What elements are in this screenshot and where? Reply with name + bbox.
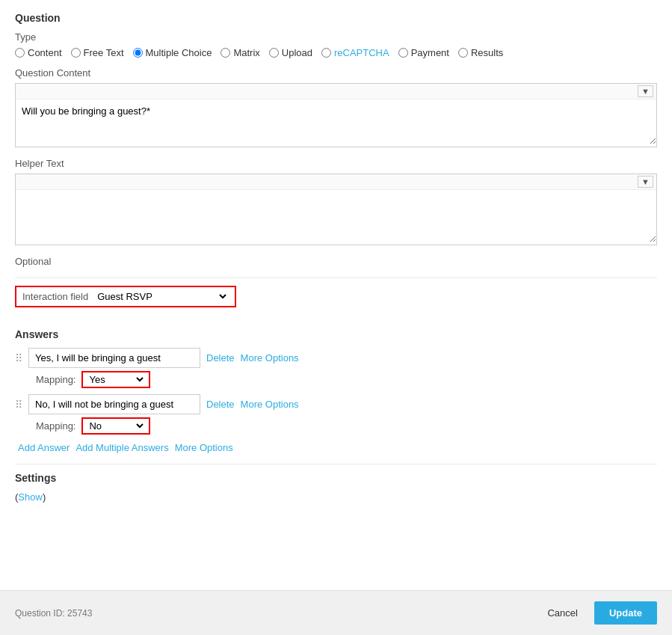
delete-answer-2[interactable]: Delete xyxy=(206,399,235,410)
question-content-toolbar-btn[interactable]: ▼ xyxy=(638,85,653,97)
question-id: Question ID: 25743 xyxy=(15,608,92,619)
helper-text-label: Helper Text xyxy=(15,158,657,169)
answers-title: Answers xyxy=(15,328,657,340)
mapping-label-1: Mapping: xyxy=(36,374,75,385)
settings-title: Settings xyxy=(15,472,657,484)
interaction-field-label: Interaction field xyxy=(22,291,88,302)
radio-upload[interactable]: Upload xyxy=(269,47,312,58)
helper-text-toolbar-btn[interactable]: ▼ xyxy=(638,176,653,188)
radio-results-input[interactable] xyxy=(458,48,468,58)
helper-text-toolbar: ▼ xyxy=(16,174,656,190)
answer-input-1[interactable] xyxy=(28,348,200,368)
divider-1 xyxy=(15,277,657,278)
question-content-wrapper: ▼ Will you be bringing a guest?* xyxy=(15,83,657,147)
radio-content-input[interactable] xyxy=(15,48,25,58)
answer-row-2: ⠿ Delete More Options xyxy=(15,394,657,414)
optional-row: Optional xyxy=(15,256,657,267)
more-options-answer-2[interactable]: More Options xyxy=(241,399,299,410)
footer-right: Cancel Update xyxy=(538,601,657,625)
answer-input-2[interactable] xyxy=(28,394,200,414)
drag-handle-1[interactable]: ⠿ xyxy=(15,352,22,364)
settings-show-link[interactable]: Show xyxy=(18,491,43,503)
radio-payment-input[interactable] xyxy=(398,48,408,58)
mapping-row-1: Mapping: Yes No Maybe xyxy=(36,371,657,388)
add-answer-link[interactable]: Add Answer xyxy=(18,442,70,453)
content-area: Question Type Content Free Text Multiple… xyxy=(0,0,672,590)
add-answers-row: Add Answer Add Multiple Answers More Opt… xyxy=(18,442,657,453)
page-wrapper: Question Type Content Free Text Multiple… xyxy=(0,0,672,635)
add-multiple-answers-link[interactable]: Add Multiple Answers xyxy=(75,442,168,453)
answer-item-2: ⠿ Delete More Options Mapping: Yes No Ma… xyxy=(15,394,657,435)
radio-free-text[interactable]: Free Text xyxy=(71,47,124,58)
update-button[interactable]: Update xyxy=(594,601,657,625)
settings-section: Settings (Show) xyxy=(15,472,657,503)
interaction-field-select[interactable]: Guest RSVP Option 2 Option 3 xyxy=(94,290,229,303)
drag-handle-2[interactable]: ⠿ xyxy=(15,399,22,411)
more-options-answer-1[interactable]: More Options xyxy=(241,352,299,363)
question-content-toolbar: ▼ xyxy=(16,84,656,99)
radio-multiple-choice[interactable]: Multiple Choice xyxy=(133,47,212,58)
delete-answer-1[interactable]: Delete xyxy=(206,352,235,363)
radio-content[interactable]: Content xyxy=(15,47,62,58)
radio-matrix-input[interactable] xyxy=(221,48,230,58)
optional-label: Optional xyxy=(15,256,51,267)
radio-upload-input[interactable] xyxy=(269,48,279,58)
answers-more-options-link[interactable]: More Options xyxy=(175,442,233,453)
answers-section: Answers ⠿ Delete More Options Mapping: Y… xyxy=(15,328,657,453)
helper-text-textarea[interactable] xyxy=(16,190,656,242)
helper-text-wrapper: ▼ xyxy=(15,174,657,245)
radio-matrix[interactable]: Matrix xyxy=(221,47,259,58)
mapping-label-2: Mapping: xyxy=(36,420,75,432)
answer-row-1: ⠿ Delete More Options xyxy=(15,348,657,368)
radio-multiple-choice-input[interactable] xyxy=(133,48,143,58)
interaction-field-container: Interaction field Guest RSVP Option 2 Op… xyxy=(15,286,657,318)
type-label: Type xyxy=(15,31,657,43)
radio-free-text-input[interactable] xyxy=(71,48,81,58)
question-content-textarea[interactable]: Will you be bringing a guest?* xyxy=(16,99,656,144)
mapping-select-1[interactable]: Yes No Maybe xyxy=(86,373,146,386)
mapping-select-2[interactable]: Yes No Maybe xyxy=(86,420,146,432)
cancel-button[interactable]: Cancel xyxy=(538,603,586,623)
answer-item-1: ⠿ Delete More Options Mapping: Yes No Ma… xyxy=(15,348,657,388)
divider-2 xyxy=(15,464,657,464)
mapping-select-wrapper-1: Yes No Maybe xyxy=(81,371,150,388)
radio-recaptcha-input[interactable] xyxy=(321,48,331,58)
mapping-row-2: Mapping: Yes No Maybe xyxy=(36,417,657,435)
type-radio-group: Content Free Text Multiple Choice Matrix… xyxy=(15,47,657,58)
footer-bar: Question ID: 25743 Cancel Update xyxy=(0,590,672,635)
radio-payment[interactable]: Payment xyxy=(398,47,449,58)
question-content-label: Question Content xyxy=(15,67,657,79)
interaction-field-wrapper: Interaction field Guest RSVP Option 2 Op… xyxy=(15,286,236,307)
radio-recaptcha[interactable]: reCAPTCHA xyxy=(321,47,389,58)
question-section-title: Question xyxy=(15,12,657,24)
radio-results[interactable]: Results xyxy=(458,47,503,58)
mapping-select-wrapper-2: Yes No Maybe xyxy=(81,417,150,435)
